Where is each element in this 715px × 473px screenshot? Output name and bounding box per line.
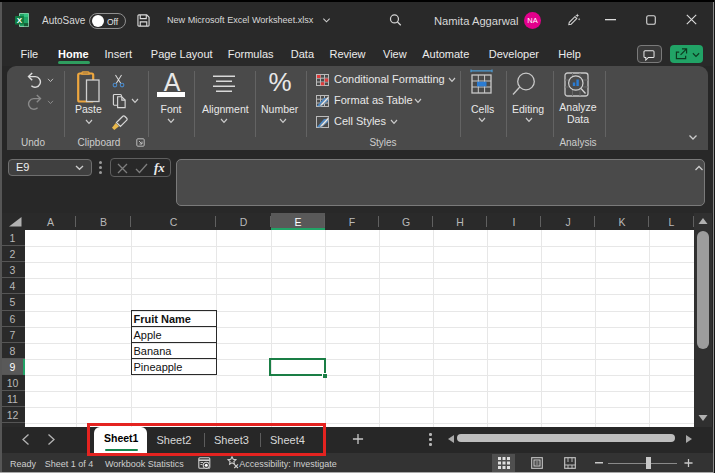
svg-text:X: X: [17, 16, 23, 25]
svg-text:A: A: [164, 69, 181, 94]
svg-text:%: %: [268, 69, 291, 95]
